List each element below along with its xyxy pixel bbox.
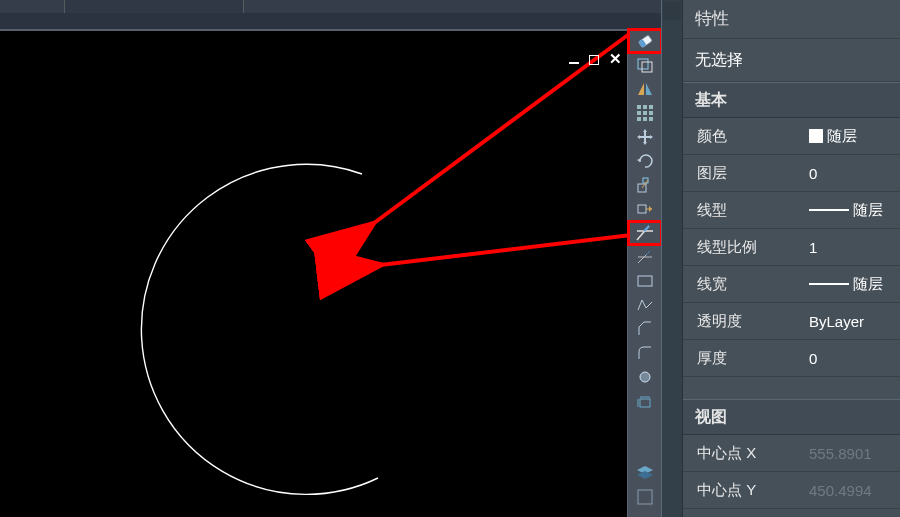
svg-rect-29 <box>638 276 652 286</box>
stretch-icon <box>636 200 654 218</box>
array-icon <box>636 104 654 122</box>
properties-palette-grip[interactable] <box>661 0 684 517</box>
svg-marker-22 <box>649 206 652 212</box>
properties-title: 特性 <box>683 0 900 39</box>
svg-rect-36 <box>638 490 652 504</box>
svg-rect-12 <box>649 111 653 115</box>
fillet-icon <box>636 344 654 362</box>
layers-icon <box>635 463 655 483</box>
category-basic[interactable]: 基本 <box>683 82 900 118</box>
tool-array[interactable] <box>628 101 662 125</box>
prop-row-ltscale: 线型比例 1 <box>683 229 900 266</box>
svg-rect-9 <box>649 105 653 109</box>
viewport-window-controls: ✕ <box>569 55 619 65</box>
svg-marker-35 <box>637 471 653 479</box>
prop-value-center-x[interactable]: 555.8901 <box>809 445 900 462</box>
point-icon <box>636 368 654 386</box>
scale-icon <box>636 176 654 194</box>
tool-chamfer[interactable] <box>628 317 662 341</box>
tool-stretch[interactable] <box>628 197 662 221</box>
mirror-icon <box>636 80 654 98</box>
prop-label: 线型比例 <box>683 238 809 257</box>
prop-row-center-x: 中心点 X 555.8901 <box>683 435 900 472</box>
tool-move[interactable] <box>628 125 662 149</box>
prop-value-lineweight[interactable]: 随层 <box>809 275 900 294</box>
svg-line-28 <box>646 251 650 255</box>
tool-rotate[interactable] <box>628 149 662 173</box>
tool-explode[interactable] <box>628 389 662 413</box>
svg-rect-13 <box>637 117 641 121</box>
annotation-arrow-trim <box>372 234 627 266</box>
prop-row-thickness: 厚度 0 <box>683 340 900 377</box>
document-tab[interactable] <box>64 0 244 13</box>
tool-mirror[interactable] <box>628 77 662 101</box>
svg-point-30 <box>640 372 650 382</box>
tool-fillet[interactable] <box>628 341 662 365</box>
drawing-canvas[interactable] <box>0 29 627 517</box>
rectangle-icon <box>636 272 654 290</box>
eraser-icon <box>635 31 655 51</box>
prop-value-transparency[interactable]: ByLayer <box>809 313 900 330</box>
extend-icon <box>636 248 654 266</box>
svg-marker-5 <box>638 83 644 95</box>
prop-value-thickness[interactable]: 0 <box>809 350 900 367</box>
tool-layers[interactable] <box>628 461 662 485</box>
tool-polyline[interactable] <box>628 293 662 317</box>
drawing-viewport[interactable]: ✕ <box>0 29 627 517</box>
prop-label: 中心点 X <box>683 444 809 463</box>
tool-eraser[interactable] <box>628 29 662 53</box>
svg-rect-15 <box>649 117 653 121</box>
svg-line-27 <box>638 255 646 263</box>
svg-rect-11 <box>643 111 647 115</box>
properties-panel: 特性 无选择 基本 颜色 随层 图层 0 线型 随层 线型比例 <box>683 0 900 517</box>
chamfer-icon <box>636 320 654 338</box>
prop-value-color[interactable]: 随层 <box>809 127 900 146</box>
more-icon <box>636 488 654 506</box>
prop-label: 线型 <box>683 201 809 220</box>
prop-label: 厚度 <box>683 349 809 368</box>
svg-rect-31 <box>640 399 650 407</box>
svg-rect-20 <box>638 205 646 213</box>
prop-value-layer[interactable]: 0 <box>809 165 900 182</box>
tool-rectangle[interactable] <box>628 269 662 293</box>
prop-row-center-y: 中心点 Y 450.4994 <box>683 472 900 509</box>
svg-rect-3 <box>638 59 648 69</box>
svg-rect-8 <box>643 105 647 109</box>
prop-value-ltscale[interactable]: 1 <box>809 239 900 256</box>
svg-rect-7 <box>637 105 641 109</box>
prop-row-layer: 图层 0 <box>683 155 900 192</box>
arc-entity[interactable] <box>141 164 378 494</box>
explode-icon <box>636 392 654 410</box>
tool-more[interactable] <box>628 485 662 509</box>
maximize-icon[interactable] <box>589 55 599 65</box>
move-icon <box>636 128 654 146</box>
prop-row-lineweight: 线宽 随层 <box>683 266 900 303</box>
prop-row-color: 颜色 随层 <box>683 118 900 155</box>
trim-icon <box>635 223 655 243</box>
selection-status[interactable]: 无选择 <box>683 39 900 82</box>
close-icon[interactable]: ✕ <box>609 55 619 65</box>
svg-rect-10 <box>637 111 641 115</box>
prop-value-linetype[interactable]: 随层 <box>809 201 900 220</box>
tool-copy-properties[interactable] <box>628 53 662 77</box>
prop-row-transparency: 透明度 ByLayer <box>683 303 900 340</box>
linetype-glyph-icon <box>809 209 849 211</box>
rotate-icon <box>636 152 654 170</box>
polyline-icon <box>636 296 654 314</box>
tool-point[interactable] <box>628 365 662 389</box>
minimize-icon[interactable] <box>569 55 579 65</box>
prop-label: 中心点 Y <box>683 481 809 500</box>
prop-label: 颜色 <box>683 127 809 146</box>
svg-marker-6 <box>646 83 652 95</box>
tool-extend[interactable] <box>628 245 662 269</box>
tool-trim[interactable] <box>628 221 662 245</box>
category-view[interactable]: 视图 <box>683 399 900 435</box>
tool-scale[interactable] <box>628 173 662 197</box>
prop-label: 线宽 <box>683 275 809 294</box>
svg-rect-4 <box>642 62 652 72</box>
copy-properties-icon <box>636 56 654 74</box>
svg-rect-14 <box>643 117 647 121</box>
prop-value-center-y[interactable]: 450.4994 <box>809 482 900 499</box>
prop-label: 图层 <box>683 164 809 183</box>
lineweight-glyph-icon <box>809 283 849 285</box>
